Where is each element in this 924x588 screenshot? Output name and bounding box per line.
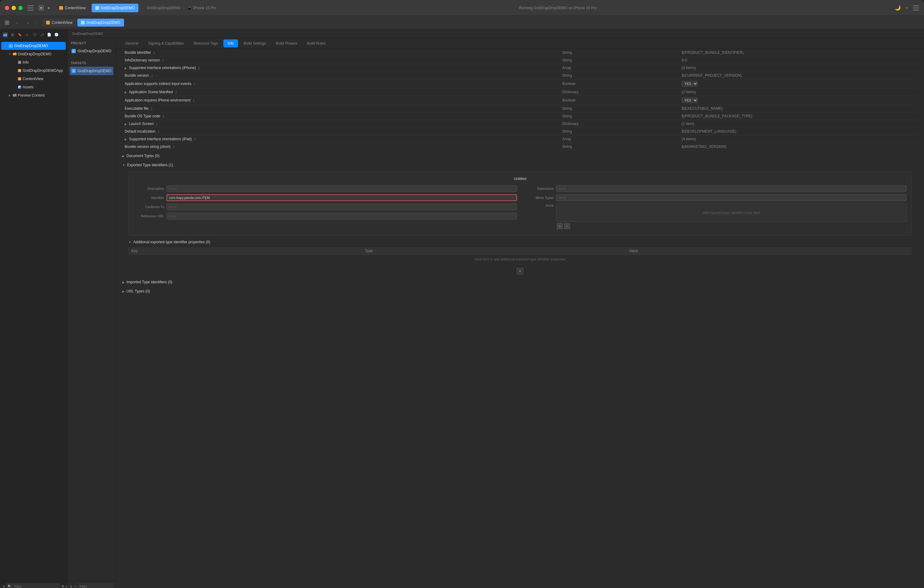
tab-build-settings[interactable]: Build Settings — [239, 40, 270, 47]
info-circle-icon[interactable]: ⓘ — [32, 32, 37, 38]
extensions-input[interactable] — [556, 185, 907, 192]
titlebar-left: ■ ▶ — [5, 5, 52, 11]
description-input[interactable] — [167, 185, 517, 192]
orient-iphone-stepper[interactable]: ▲▼ — [198, 66, 200, 70]
close-button[interactable] — [5, 6, 9, 10]
nav-forward-button[interactable]: › — [24, 18, 32, 27]
info-dict-stepper[interactable]: ▲▼ — [162, 59, 164, 62]
sidebar-toggle-button[interactable] — [28, 5, 34, 10]
bundle-version-str-stepper[interactable]: ▲▼ — [173, 145, 175, 149]
description-row: Description — [134, 185, 517, 192]
default-locale-stepper[interactable]: ▲▼ — [158, 130, 160, 134]
eti-form-title: Untitled — [134, 177, 907, 181]
contentview-editor-tab-label: ContentView — [52, 20, 73, 25]
folder-icon[interactable] — [2, 32, 8, 38]
bundle-os-stepper[interactable]: ▲▼ — [163, 115, 164, 118]
add-icon[interactable]: ＋ — [904, 5, 909, 11]
prop-type-bundle-os: String — [560, 112, 679, 120]
add-target-button[interactable]: + — [70, 584, 73, 588]
device-label: iPhone 15 Pro — [193, 6, 216, 10]
maximize-button[interactable] — [18, 6, 23, 10]
launch-screen-stepper[interactable]: ▲▼ — [156, 122, 158, 126]
tab-general[interactable]: General — [121, 40, 143, 47]
bookmark-icon[interactable]: 🔖 — [17, 32, 23, 38]
bundle-id-stepper[interactable]: ▲▼ — [153, 51, 155, 55]
tree-preview-item[interactable]: ▶ Preview Content — [1, 91, 66, 99]
scene-manifest-stepper[interactable]: ▲▼ — [175, 91, 177, 94]
add-props-empty-row[interactable]: Click here to add additional exported ty… — [128, 255, 912, 264]
tree-arrow-root: ▼ — [4, 44, 7, 48]
active-tab[interactable]: GridDrapDropDEMO — [92, 4, 139, 12]
tab-info[interactable]: Info — [223, 40, 238, 47]
merge-icon[interactable]: ⎇ — [39, 32, 45, 38]
eti-form-right: Extensions Mime Types Icons — [523, 185, 907, 230]
indirect-input-dropdown[interactable]: YESNO — [682, 81, 698, 86]
tree-root-item[interactable]: ▼ A GridDrapDropDEMO — [1, 42, 66, 50]
tree-info-item[interactable]: i Info — [1, 58, 66, 66]
device-selector[interactable]: 📱 iPhone 15 Pro — [187, 5, 216, 10]
clock-icon[interactable]: 🕐 — [54, 32, 59, 38]
tree-group-item[interactable]: ▼ GridDrapDropDEMO — [1, 50, 66, 58]
project-section: PROJECT A GridDrapDropDEMO — [67, 38, 116, 58]
breadcrumb-separator-2: › — [183, 6, 184, 10]
sidebar-filter-input[interactable] — [12, 583, 59, 588]
tab-build-phases[interactable]: Build Phases — [272, 40, 302, 47]
nav-back-button[interactable]: ‹ — [13, 18, 21, 27]
remove-icon-button[interactable]: − — [564, 223, 570, 229]
minimize-button[interactable] — [12, 6, 16, 10]
warning-icon[interactable]: ⚠ — [25, 32, 30, 38]
orient-ipad-stepper[interactable]: ▲▼ — [194, 137, 196, 141]
iphone-env-dropdown[interactable]: YESNO — [682, 97, 698, 103]
mime-types-input[interactable] — [556, 194, 907, 201]
targets-filter-input[interactable] — [80, 585, 112, 588]
griddrap-editor-tab[interactable]: GridDrapDropDEMO — [77, 19, 124, 26]
sidebar-hierarchy-button[interactable]: ⊞ — [61, 584, 64, 588]
tab-resource-tags[interactable]: Resource Tags — [189, 40, 222, 47]
project-item[interactable]: A GridDrapDropDEMO — [70, 47, 113, 55]
conforms-to-input[interactable] — [167, 203, 517, 210]
bundle-version-stepper[interactable]: ▲▼ — [151, 74, 153, 78]
target-item[interactable]: A GridDrapDropDEMO — [70, 67, 113, 75]
url-types-section-header[interactable]: ▶ URL Types (0) — [122, 286, 918, 295]
launch-screen-expand[interactable]: ▶ — [125, 122, 127, 126]
layout-toggle-button[interactable] — [913, 5, 919, 10]
additional-props-header[interactable]: ▼ Additional exported type identifier pr… — [128, 238, 912, 246]
add-file-button[interactable]: + — [2, 584, 5, 588]
grid-icon[interactable] — [4, 19, 10, 26]
contentview-editor-tab[interactable]: ContentView — [43, 19, 76, 26]
stop-button[interactable]: ■ — [38, 5, 44, 11]
tree-app-item[interactable]: S GridDrapDropDEMOApp — [1, 67, 66, 74]
orient-iphone-expand[interactable]: ▶ — [125, 67, 127, 70]
reference-url-input[interactable] — [167, 213, 517, 220]
moon-icon[interactable]: 🌙 — [895, 5, 901, 11]
identifier-input[interactable] — [167, 194, 517, 201]
titlebar-center: ContentView GridDrapDropDEMO › GridDrapD… — [56, 4, 891, 12]
indirect-input-stepper[interactable]: ▲▼ — [193, 82, 195, 86]
prop-value-orient-ipad: (4 items) — [679, 135, 918, 143]
remove-target-button[interactable]: − — [74, 584, 76, 588]
add-icon-button[interactable]: + — [557, 223, 563, 229]
tree-assets-item[interactable]: Assets — [1, 83, 66, 91]
imported-type-section-header[interactable]: ▶ Imported Type Identifiers (0) — [122, 277, 918, 286]
add-eti-button[interactable]: + — [517, 268, 523, 274]
prop-key-iphone-env: Application requires iPhone environment … — [122, 96, 560, 105]
run-button[interactable]: ▶ — [46, 5, 52, 11]
scene-manifest-expand[interactable]: ▶ — [125, 91, 127, 94]
find-icon[interactable]: ⊞ — [10, 32, 15, 38]
prop-key-bundle-version: Bundle version ▲▼ — [122, 72, 560, 79]
exported-type-section-header[interactable]: ▼ Exported Type Identifiers (1) — [122, 160, 918, 169]
doc-icon[interactable]: 📄 — [46, 32, 52, 38]
tab-signing[interactable]: Signing & Capabilities — [144, 40, 188, 47]
iphone-env-stepper[interactable]: ▲▼ — [193, 99, 195, 102]
tree-contentview-item[interactable]: S ContentView — [1, 75, 66, 83]
document-types-section-header[interactable]: ▶ Document Types (0) — [122, 151, 918, 160]
orient-ipad-expand[interactable]: ▶ — [125, 138, 127, 141]
prop-key-bundle-version-str: Bundle version string (short) ▲▼ — [122, 143, 560, 151]
project-section-label: PROJECT — [70, 41, 113, 45]
additional-props-table: Key Type Value Click here to add additio… — [128, 247, 912, 263]
executable-stepper[interactable]: ▲▼ — [151, 107, 152, 111]
root-project-icon: A — [8, 44, 13, 48]
contentview-tab[interactable]: ContentView — [56, 4, 89, 12]
add-props-empty-label[interactable]: Click here to add additional exported ty… — [128, 255, 912, 264]
tab-build-rules[interactable]: Build Rules — [303, 40, 330, 47]
